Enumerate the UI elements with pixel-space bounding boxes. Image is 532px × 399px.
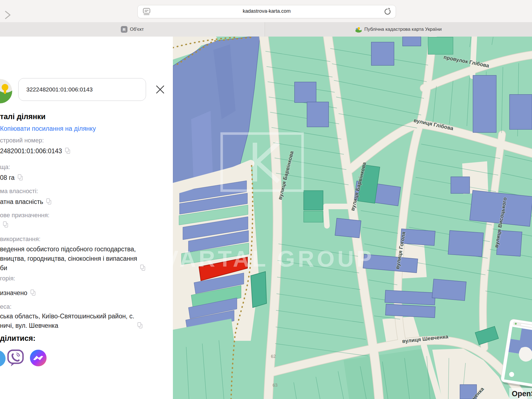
tab-label: Публічна кадастрова карта України <box>364 27 442 32</box>
field-value-area: 08 га <box>0 173 23 182</box>
site-logo[interactable] <box>0 79 12 103</box>
tab-label: Об'єкт <box>130 27 144 32</box>
copy-icon[interactable] <box>65 147 70 154</box>
cadastral-map-favicon <box>355 26 362 33</box>
field-label-ownership: ма власності: <box>0 188 38 195</box>
field-label-address: еса: <box>0 303 12 310</box>
field-value-purpose <box>0 220 8 228</box>
field-label-cadastral-number: стровий номер: <box>0 137 44 144</box>
copy-icon[interactable] <box>137 322 143 329</box>
green-fields-sw <box>173 319 241 399</box>
field-value-cadastral-number: 2482001:01:006:0143 <box>0 146 70 156</box>
close-icon[interactable] <box>155 84 165 95</box>
messenger-share-icon[interactable] <box>29 349 47 367</box>
share-title: ділитися: <box>0 334 35 343</box>
forward-chevron-icon[interactable] <box>3 11 12 19</box>
field-value-usage: ведення особистого підсобного господарст… <box>0 244 145 273</box>
field-value-category: изначено <box>0 288 36 298</box>
reload-icon[interactable] <box>383 8 391 16</box>
tab-cadastral-map[interactable]: Публічна кадастрова карта України <box>265 22 532 37</box>
share-blue-icon[interactable] <box>0 350 6 367</box>
copy-icon[interactable] <box>140 264 145 271</box>
address-bar[interactable]: kadastrova-karta.com <box>137 5 396 18</box>
road-number: 63 <box>272 383 278 388</box>
tab-object[interactable]: R Об'єкт <box>0 22 265 37</box>
browser-toolbar: kadastrova-karta.com <box>0 0 532 22</box>
copy-icon[interactable] <box>17 174 23 181</box>
copy-icon[interactable] <box>3 221 8 228</box>
field-label-purpose: ове призначення: <box>0 212 49 219</box>
copy-icon[interactable] <box>30 289 36 296</box>
field-label-area: ща: <box>0 163 10 171</box>
cadastral-map[interactable]: KVARTAL GROUP провулок Глібова вулиця Гл… <box>173 37 532 399</box>
tab-bar: R Об'єкт Публічна кадастрова карта Украї… <box>0 22 532 37</box>
attribution-text: OpenStreetMap <box>512 390 532 398</box>
copy-icon[interactable] <box>46 198 52 205</box>
field-label-category: горія: <box>0 275 15 282</box>
watermark-text: KVARTAL GROUP <box>173 246 375 271</box>
cadastral-number-input[interactable] <box>18 78 146 101</box>
field-label-usage: використання: <box>0 236 40 243</box>
map-attribution: OpenStreetMap <box>509 388 532 399</box>
road-number: 62 <box>271 354 276 359</box>
viber-share-icon[interactable] <box>7 349 24 367</box>
panel-title: талі ділянки <box>0 112 45 121</box>
url-text: kadastrova-karta.com <box>138 8 396 14</box>
browser-window: { "browser": { "url": "kadastrova-karta.… <box>0 0 532 399</box>
parcel-details-panel: талі ділянки Копіювати посилання на діля… <box>0 37 173 399</box>
tab-favicon-r: R <box>121 26 127 33</box>
field-value-ownership: атна власність <box>0 197 52 206</box>
field-value-address: ська область, Київо-Святошинський район,… <box>0 311 143 330</box>
copy-parcel-link[interactable]: Копіювати посилання на ділянку <box>0 125 96 132</box>
